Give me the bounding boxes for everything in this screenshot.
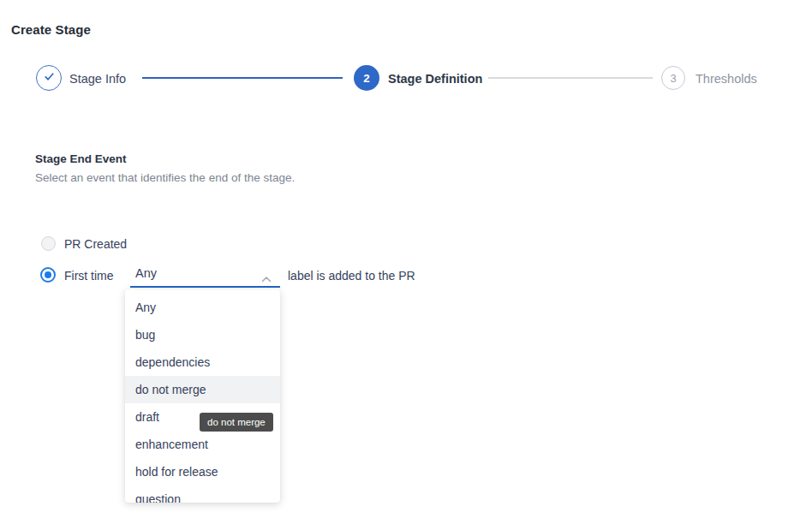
radio-first-time-label[interactable]: First time <box>64 269 114 283</box>
dropdown-option-dependencies[interactable]: dependencies <box>125 348 280 376</box>
create-stage-page: Create Stage Stage Info 2 Stage Definiti… <box>0 0 812 530</box>
check-icon <box>43 70 56 86</box>
chevron-up-icon <box>261 271 272 286</box>
step-3-indicator: 3 <box>661 66 685 90</box>
section-description: Select an event that identifies the end … <box>35 171 295 184</box>
radio-pr-created[interactable] <box>41 236 56 251</box>
label-dropdown-menu: Any bug dependencies do not merge draft … <box>125 289 280 503</box>
dropdown-option-hold-for-release[interactable]: hold for release <box>125 458 280 485</box>
step-1-indicator[interactable] <box>36 65 62 91</box>
dropdown-option-question[interactable]: question <box>125 485 280 503</box>
dropdown-option-any[interactable]: Any <box>125 294 280 321</box>
radio-first-time[interactable] <box>40 267 56 283</box>
dropdown-option-bug[interactable]: bug <box>125 321 280 348</box>
step-2-label[interactable]: Stage Definition <box>388 72 482 86</box>
label-suffix-text: label is added to the PR <box>288 269 415 283</box>
stepper-connector-upcoming <box>488 77 653 79</box>
step-1-label[interactable]: Stage Info <box>69 72 126 86</box>
step-2-number: 2 <box>363 72 370 85</box>
label-select-value: Any <box>135 266 157 280</box>
radio-pr-created-label[interactable]: PR Created <box>64 237 127 251</box>
step-3-number: 3 <box>670 72 676 85</box>
step-3-label: Thresholds <box>696 72 757 86</box>
step-2-indicator[interactable]: 2 <box>354 65 379 91</box>
label-select[interactable]: Any <box>130 264 280 288</box>
tooltip: do not merge <box>200 413 273 432</box>
stepper-connector-completed <box>142 77 343 79</box>
page-title: Create Stage <box>11 22 91 37</box>
radio-selected-dot <box>45 271 51 278</box>
dropdown-option-enhancement[interactable]: enhancement <box>125 431 280 458</box>
section-heading: Stage End Event <box>35 152 127 165</box>
dropdown-option-do-not-merge[interactable]: do not merge <box>125 376 280 403</box>
